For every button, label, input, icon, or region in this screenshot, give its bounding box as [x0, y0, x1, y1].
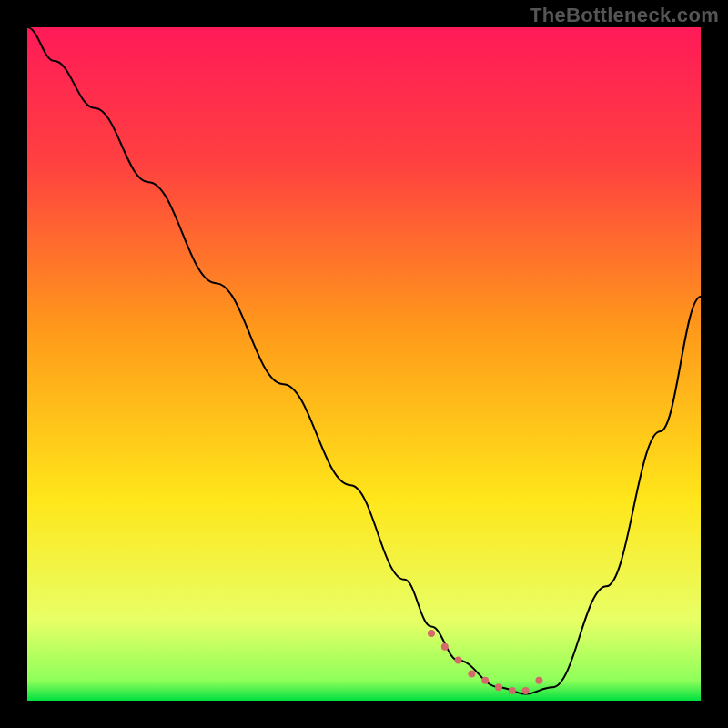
chart-svg: [27, 27, 701, 701]
sweet-spot-marker: [428, 630, 435, 637]
sweet-spot-marker: [535, 677, 542, 684]
sweet-spot-marker: [481, 677, 489, 684]
sweet-spot-marker: [455, 657, 462, 664]
chart-background: [27, 27, 701, 701]
watermark-text: TheBottleneck.com: [530, 4, 719, 27]
chart-frame: TheBottleneck.com: [0, 0, 728, 728]
sweet-spot-marker: [509, 687, 516, 694]
plot-area: [27, 27, 701, 701]
sweet-spot-marker: [441, 643, 449, 651]
sweet-spot-marker: [522, 687, 530, 694]
sweet-spot-marker: [468, 670, 475, 677]
sweet-spot-marker: [495, 683, 502, 691]
